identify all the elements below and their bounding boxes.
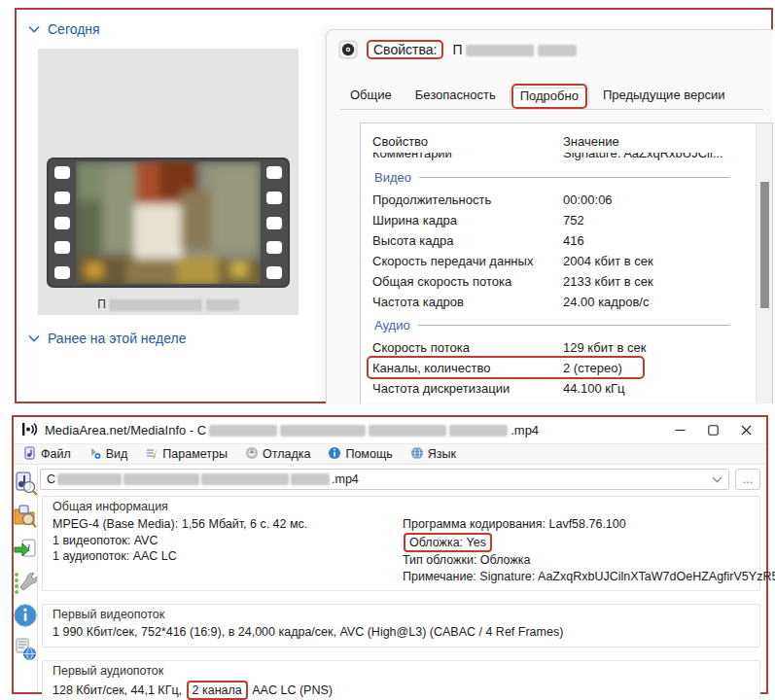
general-info-left-column: MPEG-4 (Base Media): 1,56 Мбайт, 6 с. 42… xyxy=(53,516,403,584)
redacted-text xyxy=(291,473,330,485)
table-row[interactable]: Высота кадра 416 xyxy=(372,230,744,251)
annotation-box: Свойства: xyxy=(367,40,443,59)
section-header-audio: Аудио xyxy=(372,312,744,337)
redacted-text xyxy=(466,45,534,56)
cover-yes-value: Обложка: Yes xyxy=(409,536,486,549)
maximize-button[interactable] xyxy=(696,417,729,443)
browse-button[interactable]: ... xyxy=(735,469,760,490)
tab-details[interactable]: Подробно xyxy=(510,84,589,109)
dialog-title-filename: П xyxy=(452,42,577,57)
properties-dialog: Свойства: П Общие Безопасность Подробно xyxy=(326,29,773,403)
column-header-value: Значение xyxy=(563,134,744,149)
section-rule xyxy=(419,177,730,178)
file-menu-icon xyxy=(23,446,37,463)
filmstrip-holes-left xyxy=(49,159,76,286)
menu-view[interactable]: Вид xyxy=(88,446,128,463)
window-controls xyxy=(663,417,762,443)
tab-general[interactable]: Общие xyxy=(340,82,402,109)
menu-debug[interactable]: Отладка xyxy=(245,446,310,463)
redacted-text xyxy=(206,299,239,311)
chevron-down-icon[interactable] xyxy=(712,472,722,486)
chevron-down-icon xyxy=(28,25,40,33)
filmstrip-holes-right xyxy=(261,159,288,286)
scrollbar[interactable] xyxy=(756,123,772,403)
general-info-section: Общая информация MPEG-4 (Base Media): 1,… xyxy=(42,496,760,591)
mediainfo-window: MediaArea.net/MediaInfo - C .mp4 xyxy=(12,415,768,694)
mediainfo-content: C .mp4 ... Общая информация xyxy=(37,465,762,692)
video-stream-title: Первый видеопоток xyxy=(53,608,750,621)
table-row[interactable]: Частота дискретизации 44.100 кГц xyxy=(372,378,744,399)
clipped-row-wrapper: Комментарии Signature: AaZxqRxbUJCil... xyxy=(372,153,744,164)
about-button[interactable] xyxy=(13,603,38,628)
details-table-header: Свойство Значение xyxy=(372,129,744,153)
section-rule xyxy=(418,325,730,326)
web-update-button[interactable] xyxy=(13,636,38,661)
group-today-label: Сегодня xyxy=(48,21,100,37)
annotation-box: 2 канала xyxy=(187,681,248,700)
column-header-property: Свойство xyxy=(372,134,563,149)
menu-help[interactable]: Помощь xyxy=(328,446,392,463)
general-info-title: Общая информация xyxy=(53,500,750,513)
table-row[interactable]: Комментарии Signature: AaZxqRxbUJCil... xyxy=(372,153,744,163)
menu-language[interactable]: Язык xyxy=(410,446,456,463)
group-header-today[interactable]: Сегодня xyxy=(28,21,100,37)
debug-menu-icon xyxy=(245,446,259,463)
file-path-combobox[interactable]: C .mp4 xyxy=(40,469,729,490)
mediainfo-menubar: Файл Вид Параметры Отладка xyxy=(14,443,766,465)
group-earlier-label: Ранее на этой неделе xyxy=(48,331,187,346)
mediainfo-app-icon xyxy=(21,422,38,439)
options-menu-icon xyxy=(145,446,159,463)
tab-previous-versions[interactable]: Предыдущие версии xyxy=(593,82,735,109)
redacted-text xyxy=(201,473,289,485)
section-header-video: Видео xyxy=(372,164,744,190)
window-title: MediaArea.net/MediaInfo - C .mp4 xyxy=(45,423,539,438)
export-info-button[interactable]: i xyxy=(13,537,38,562)
mediainfo-toolbar: i xyxy=(14,465,37,692)
menu-options[interactable]: Параметры xyxy=(145,446,228,463)
explorer-properties-screenshot: Сегодня xyxy=(15,8,773,403)
video-file-name: П xyxy=(38,298,299,311)
properties-dialog-title: Свойства: П xyxy=(338,40,577,59)
file-path-row: C .mp4 ... xyxy=(40,469,760,490)
table-row[interactable]: Общая скорость потока 2133 кбит в сек xyxy=(372,271,744,292)
mediainfo-titlebar[interactable]: MediaArea.net/MediaInfo - C .mp4 xyxy=(14,417,766,443)
general-info-right-column: Программа кодирования: Lavf58.76.100 Обл… xyxy=(403,516,775,584)
table-row[interactable]: Продолжительность 00:00:06 xyxy=(372,190,744,210)
redacted-text xyxy=(280,425,366,437)
video-thumbnail xyxy=(47,158,290,288)
video-file-tile[interactable]: П xyxy=(38,49,299,315)
screenshot-page: Сегодня xyxy=(0,0,775,700)
redacted-text xyxy=(538,45,577,56)
redacted-text xyxy=(209,425,277,437)
audio-stream-section: Первый аудиопоток 128 Кбит/сек, 44,1 КГц… xyxy=(42,660,760,700)
chevron-down-icon xyxy=(28,334,40,342)
table-row[interactable]: Частота кадров 24.00 кадров/с xyxy=(372,292,744,312)
table-row[interactable]: Скорость потока 129 кбит в сек xyxy=(372,337,744,358)
help-menu-icon xyxy=(328,446,341,463)
minimize-button[interactable] xyxy=(663,417,696,443)
close-button[interactable] xyxy=(729,417,762,443)
table-row[interactable]: Скорость передачи данных 2004 кбит в сек xyxy=(372,251,744,271)
channels-value: 2 канала xyxy=(193,683,242,697)
group-header-earlier[interactable]: Ранее на этой неделе xyxy=(28,331,187,346)
menu-file[interactable]: Файл xyxy=(23,446,71,463)
details-table: Свойство Значение Комментарии Signature:… xyxy=(360,122,773,403)
properties-tab-bar: Общие Безопасность Подробно Предыдущие в… xyxy=(340,81,763,110)
table-row[interactable]: Ширина кадра 752 xyxy=(372,210,744,230)
blurred-video-frame xyxy=(76,161,261,284)
table-row-channels[interactable]: Каналы, количество 2 (стерео) xyxy=(372,358,744,378)
open-file-button[interactable] xyxy=(13,471,38,496)
audio-stream-title: Первый аудиопоток xyxy=(53,664,750,678)
video-stream-section: Первый видеопоток 1 990 Кбит/сек, 752*41… xyxy=(42,604,760,648)
media-file-icon xyxy=(338,40,358,59)
mediainfo-body: i C xyxy=(14,465,766,692)
open-folder-button[interactable] xyxy=(13,504,38,529)
scrollbar-thumb[interactable] xyxy=(760,182,769,308)
tab-security[interactable]: Безопасность xyxy=(405,82,506,109)
redacted-text xyxy=(449,425,508,437)
redacted-text xyxy=(57,473,122,485)
settings-button[interactable] xyxy=(13,570,38,595)
section-header-media: Носитель xyxy=(372,399,744,403)
language-menu-icon xyxy=(410,446,424,463)
dialog-title-label: Свойства: xyxy=(373,42,437,57)
